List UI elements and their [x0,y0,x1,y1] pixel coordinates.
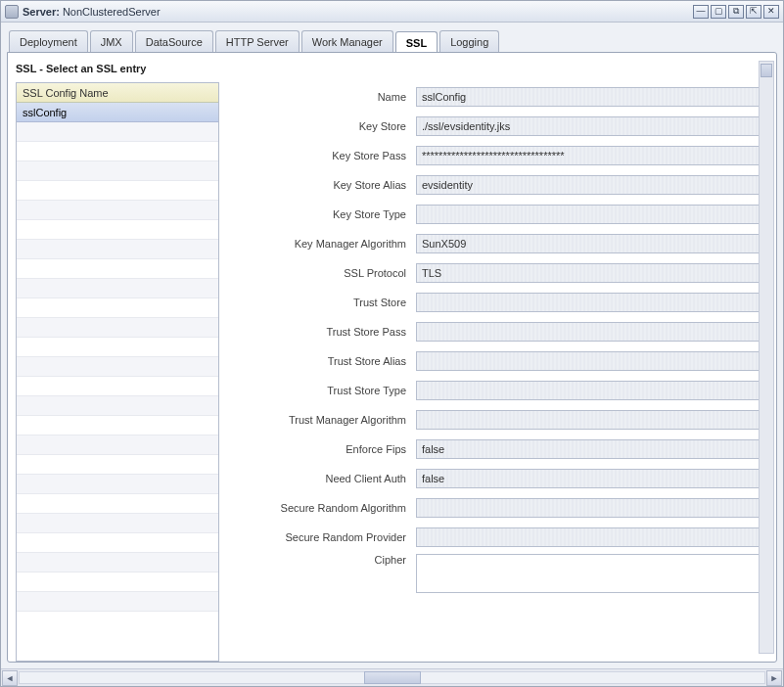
scroll-right-button[interactable]: ► [766,670,782,686]
list-item[interactable] [17,259,218,279]
form-label: Trust Store Type [245,385,416,396]
form-field[interactable] [416,351,764,371]
form-label: Key Store Type [245,208,416,220]
tab-ssl[interactable]: SSL [395,31,438,53]
form-label: Trust Store Pass [245,326,416,338]
form-row: Trust Store Pass [245,317,764,346]
server-icon [5,5,19,19]
form-label: Enforce Fips [245,443,416,455]
tab-deployment[interactable]: Deployment [9,30,88,52]
list-item[interactable] [17,181,218,201]
tab-work-manager[interactable]: Work Manager [301,30,393,52]
form-field[interactable] [416,410,764,430]
list-item[interactable] [17,572,218,592]
form-field[interactable] [416,293,764,312]
list-item[interactable] [17,122,218,142]
form-field[interactable]: ********************************** [416,146,764,165]
scroll-left-button[interactable]: ◄ [2,670,18,686]
form-field[interactable]: evsidentity [416,175,764,195]
title-name: NonClusteredServer [63,6,161,18]
detach-button[interactable]: ⇱ [746,5,761,19]
list-item[interactable] [17,142,218,161]
list-item[interactable] [17,318,218,338]
scrollbar-thumb[interactable] [761,64,772,77]
horizontal-scrollbar[interactable]: ◄ ► [1,668,783,686]
tab-logging[interactable]: Logging [439,30,499,52]
list-item[interactable] [17,298,218,318]
list-item[interactable] [17,357,218,377]
form-field[interactable]: ./ssl/evsidentity.jks [416,116,764,136]
list-item[interactable] [17,201,218,220]
list-item[interactable] [17,240,218,259]
form-label: Trust Manager Algorithm [245,414,416,426]
list-item[interactable] [17,161,218,181]
form-label: Need Client Auth [245,473,416,484]
form-field[interactable] [416,498,764,518]
form-field[interactable] [416,527,764,547]
form-row: Key Store Type [245,200,764,229]
list-item[interactable] [17,553,218,572]
title-label: Server: [23,6,60,18]
form-label: Trust Store [245,297,416,308]
content-area: Deployment JMX DataSource HTTP Server Wo… [1,23,783,686]
form-row: Key Store./ssl/evsidentity.jks [245,112,764,141]
form-field[interactable]: TLS [416,263,764,283]
tabstrip: Deployment JMX DataSource HTTP Server Wo… [7,28,777,52]
titlebar[interactable]: Server: NonClusteredServer — ▢ ⧉ ⇱ ✕ [1,1,783,23]
restore-button[interactable]: ▢ [711,5,726,19]
form-field[interactable]: sslConfig [416,87,764,107]
form-label: Trust Store Alias [245,355,416,367]
form-field[interactable] [416,381,764,400]
form-row: Enforce Fipsfalse [245,435,764,464]
close-button[interactable]: ✕ [763,5,779,19]
form-row: Key Manager AlgorithmSunX509 [245,229,764,258]
ssl-config-listbox[interactable]: SSL Config Name sslConfig [16,82,219,662]
maximize-button[interactable]: ⧉ [728,5,744,19]
form-field[interactable]: SunX509 [416,234,764,253]
form-field[interactable]: false [416,469,764,488]
window-frame: Server: NonClusteredServer — ▢ ⧉ ⇱ ✕ Dep… [0,0,784,687]
form-row: Secure Random Algorithm [245,493,764,523]
form-field[interactable]: false [416,439,764,459]
vertical-scrollbar[interactable] [759,61,774,654]
form-row: Key Store Pass**************************… [245,141,764,170]
list-header[interactable]: SSL Config Name [17,83,218,103]
form-label: Key Manager Algorithm [245,238,416,250]
list-item[interactable] [17,475,218,494]
form-label: Secure Random Provider [245,531,416,543]
tab-jmx[interactable]: JMX [90,30,133,52]
form-row: SSL ProtocolTLS [245,258,764,288]
form-label: Name [245,91,416,103]
list-item[interactable] [17,494,218,514]
list-item[interactable] [17,514,218,533]
panel: SSL - Select an SSL entry SSL Config Nam… [7,52,777,663]
list-item[interactable] [17,396,218,416]
scrollbar-thumb[interactable] [364,671,421,684]
list-item[interactable] [17,377,218,396]
form-label: Secure Random Algorithm [245,502,416,514]
list-item[interactable] [17,220,218,240]
list-item[interactable] [17,435,218,455]
form-label: Key Store [245,120,416,132]
form-label: SSL Protocol [245,267,416,279]
ssl-form: NamesslConfigKey Store./ssl/evsidentity.… [245,82,768,662]
list-item[interactable] [17,416,218,435]
tab-http-server[interactable]: HTTP Server [215,30,300,52]
form-row: Trust Store [245,288,764,317]
list-item[interactable] [17,279,218,298]
tab-datasource[interactable]: DataSource [135,30,213,52]
list-item[interactable] [17,455,218,475]
form-row: Need Client Authfalse [245,464,764,493]
form-field[interactable] [416,322,764,342]
form-field[interactable] [416,205,764,224]
list-item[interactable] [17,592,218,612]
list-item[interactable]: sslConfig [17,103,218,122]
list-item[interactable] [17,338,218,357]
form-row: Key Store Aliasevsidentity [245,170,764,200]
form-row: Trust Store Alias [245,346,764,376]
form-field[interactable] [416,554,764,593]
minimize-button[interactable]: — [693,5,709,19]
form-label: Cipher [245,554,416,566]
list-item[interactable] [17,533,218,553]
section-title: SSL - Select an SSL entry [16,61,768,82]
